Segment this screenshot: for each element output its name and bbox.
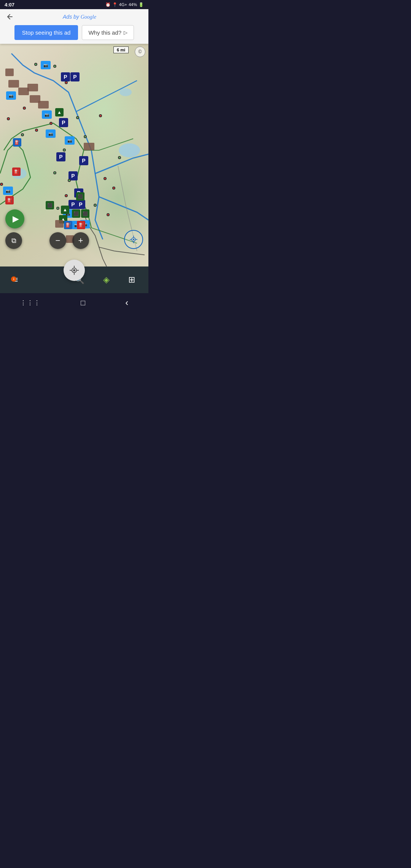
food-marker-1[interactable]: ⬛ [46,201,54,209]
green-dot-4 [63,148,66,152]
red-dot-9 [0,183,3,186]
building-marker-6[interactable] [5,69,14,76]
red-dot-5 [35,129,38,132]
building-marker-5[interactable] [38,101,49,108]
why-ad-label: Why this ad? [88,29,121,36]
parking-marker-1[interactable]: P [61,72,70,81]
green-dot-9 [56,207,59,210]
signal-icon: ◈ [103,276,110,284]
camp-marker-2[interactable]: ▲ [61,206,69,214]
stop-seeing-ad-button[interactable]: Stop seeing this ad [14,25,78,40]
map-copyright: © [135,46,145,57]
fuel-red-marker-1[interactable]: ⛽ [12,168,21,176]
ad-banner: Ads by Google Stop seeing this ad Why th… [0,9,148,44]
back-button[interactable]: ‹ [125,297,128,308]
red-dot-7 [104,177,107,180]
parking-marker-9[interactable]: P [79,156,88,165]
parking-marker-2[interactable]: P [70,72,80,81]
red-dot-4 [49,122,53,125]
why-ad-icon: ▷ [124,30,127,35]
green-dot-11 [118,156,121,159]
red-dot-1 [65,81,68,84]
recent-apps-button[interactable]: ⋮⋮⋮ [20,299,41,306]
svg-point-0 [119,144,140,158]
building-marker-9[interactable] [55,220,64,228]
camera-marker-4[interactable]: 📷 [46,129,56,138]
location-button[interactable] [64,260,85,281]
green-dot-7 [76,116,79,119]
building-marker-7[interactable] [84,143,94,150]
zoom-minus-button[interactable]: − [49,232,66,249]
red-dot-3 [7,117,10,120]
green-dot-6 [53,171,56,174]
svg-point-4 [133,239,134,240]
camera-marker-5[interactable]: 📷 [65,136,75,145]
food-marker-3[interactable]: ⬛ [81,209,89,218]
camera-marker-1[interactable]: 📷 [41,61,51,69]
parking-marker-4[interactable]: P [56,152,65,161]
fuel-blue-marker-1[interactable]: ⛽ [13,138,21,147]
green-dot-2 [53,65,56,68]
fuel-blue-marker-2[interactable]: ⛽ [64,221,72,229]
status-bar: 4:07 ⏰ 📍 4G+ 44% 🔋 [0,0,148,9]
camera-marker-2[interactable]: 📷 [6,91,16,100]
status-icons: ⏰ 📍 4G+ 44% 🔋 [105,2,144,7]
system-nav-bar: ⋮⋮⋮ □ ‹ [0,293,148,312]
nav-add-map-button[interactable]: ⊞ [124,273,139,286]
add-map-icon: ⊞ [128,276,135,284]
green-dot-1 [34,63,37,66]
red-dot-6 [99,114,102,117]
home-button[interactable]: □ [81,298,85,307]
ad-back-button[interactable] [5,11,15,22]
fuel-red-marker-2[interactable]: ⛽ [5,196,14,204]
red-dot-10 [107,213,110,216]
red-dot-8 [112,187,115,190]
camera-marker-3[interactable]: 📷 [42,110,52,119]
layers-button[interactable]: ⧉ [5,232,22,249]
red-dot-2 [23,107,26,110]
map-scale: 6 mi [113,46,129,53]
network-icon: 4G+ [119,2,127,7]
green-dot-5 [84,135,87,138]
zoom-plus-button[interactable]: + [72,232,89,249]
building-marker-1[interactable] [8,80,19,88]
battery-icon: 🔋 [139,2,144,7]
ad-buttons: Stop seeing this ad Why this ad? ▷ [5,25,144,40]
ad-banner-header: Ads by Google [5,11,144,22]
svg-point-14 [73,269,75,271]
green-dot-3 [21,133,24,136]
status-time: 4:07 [5,2,14,8]
map-container[interactable]: 6 mi © P P P P P P P P P 📷 📷 📷 📷 📷 📷 📷 📷… [0,42,148,266]
alarm-icon: ⏰ [105,2,111,7]
nav-layers-button[interactable]: ◈ [99,273,113,286]
camp-marker-1[interactable]: ▲ [55,108,64,116]
parking-marker-8[interactable]: P [76,200,85,209]
nav-menu-button[interactable]: ≡ i [10,273,22,286]
camera-marker-6[interactable]: 📷 [3,187,13,195]
compass-button[interactable] [124,230,143,249]
red-dot-11 [65,194,68,197]
play-button[interactable]: ▶ [5,209,24,228]
svg-point-2 [119,88,132,96]
food-marker-2[interactable]: ⬛ [72,209,80,218]
location-icon: 📍 [112,2,118,7]
green-dot-10 [94,204,97,207]
green-dot-8 [68,179,71,182]
ad-by-google-label: Ads by Google [15,14,144,20]
why-this-ad-button[interactable]: Why this ad? ▷ [82,25,134,40]
food-marker-4[interactable]: ⬛ [76,192,84,201]
battery-label: 44% [129,2,137,7]
parking-marker-3[interactable]: P [59,118,68,127]
fuel-red-marker-3[interactable]: ⛽ [77,221,85,229]
building-marker-3[interactable] [27,84,38,91]
